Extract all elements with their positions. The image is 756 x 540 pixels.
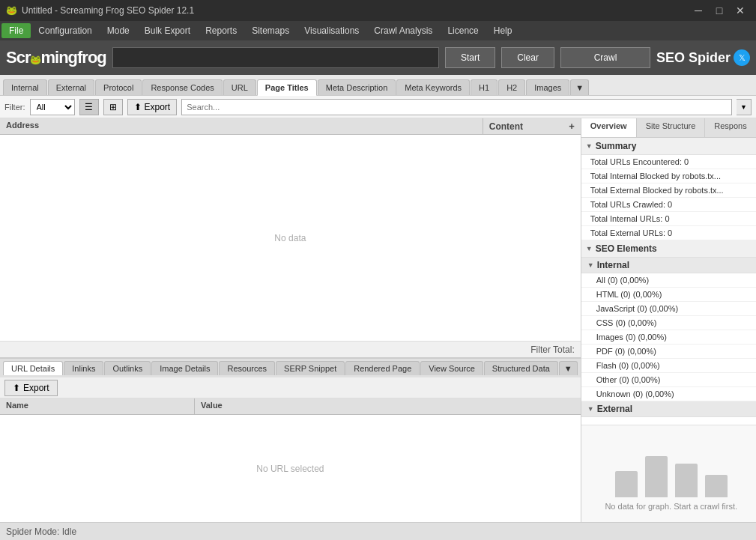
menu-mode[interactable]: Mode [100, 23, 137, 38]
clear-button[interactable]: Clear [501, 47, 554, 68]
close-button[interactable]: ✕ [731, 2, 750, 19]
right-content: ▼ Summary Total URLs Encountered: 0 Tota… [581, 138, 756, 425]
main-content: Address Content + No data Filter Total: … [0, 118, 756, 522]
bottom-col-value-header: Value [195, 398, 229, 414]
stat-total-urls-crawled: Total URLs Crawled: 0 [581, 198, 756, 212]
menu-file[interactable]: File [1, 23, 31, 38]
tab-meta-keywords[interactable]: Meta Keywords [396, 79, 470, 95]
tab-url[interactable]: URL [223, 79, 256, 95]
bottom-toolbar: ⬆ Export [0, 377, 581, 398]
internal-label: Internal [597, 260, 629, 270]
seo-elements-header[interactable]: ▼ SEO Elements [581, 240, 756, 258]
view-grid-button[interactable]: ⊞ [103, 99, 123, 115]
right-chart: No data for graph. Start a crawl first. [581, 425, 756, 522]
title-bar: 🐸 Untitled - Screaming Frog SEO Spider 1… [0, 0, 756, 21]
stat-external-blocked-robots: Total External Blocked by robots.tx... [581, 183, 756, 198]
seo-javascript[interactable]: JavaScript (0) (0,00%) [581, 302, 756, 316]
filter-label: Filter: [4, 103, 25, 112]
tab-response-codes[interactable]: Response Codes [142, 79, 222, 95]
maximize-button[interactable]: □ [710, 2, 729, 19]
seo-other[interactable]: Other (0) (0,00%) [581, 373, 756, 387]
filter-select[interactable]: All [30, 99, 75, 115]
seo-elements-section: ▼ SEO Elements ▼ Internal All (0) (0,00%… [581, 240, 756, 417]
menu-help[interactable]: Help [486, 23, 520, 38]
export-icon: ⬆ [134, 102, 142, 112]
seo-pdf[interactable]: PDF (0) (0,00%) [581, 345, 756, 359]
start-button[interactable]: Start [445, 47, 495, 68]
right-tab-site-structure[interactable]: Site Structure [637, 118, 706, 137]
seo-images[interactable]: Images (0) (0,00%) [581, 330, 756, 345]
right-tab-respons[interactable]: Respons [705, 118, 756, 137]
add-column-button[interactable]: + [569, 121, 575, 132]
app-title: Untitled - Screaming Frog SEO Spider 12.… [22, 5, 194, 16]
crawl-button[interactable]: Crawl [560, 47, 650, 68]
col-address-header: Address [0, 118, 483, 134]
seo-unknown[interactable]: Unknown (0) (0,00%) [581, 387, 756, 401]
menu-licence[interactable]: Licence [440, 23, 486, 38]
bottom-tab-view-source[interactable]: View Source [420, 361, 483, 375]
external-label: External [597, 404, 632, 414]
tab-page-titles[interactable]: Page Titles [257, 79, 317, 96]
view-list-button[interactable]: ☰ [79, 99, 99, 115]
tab-images[interactable]: Images [526, 79, 569, 95]
tab-h2[interactable]: H2 [498, 79, 525, 95]
menu-reports[interactable]: Reports [198, 23, 244, 38]
tab-more-button[interactable]: ▼ [570, 79, 589, 95]
bottom-export-button[interactable]: ⬆ Export [4, 380, 58, 396]
right-panel: Overview Site Structure Respons ▼ ▼ Summ… [581, 118, 756, 522]
search-dropdown-button[interactable]: ▼ [737, 99, 752, 115]
seo-spider-badge: SEO Spider 𝕏 [656, 49, 750, 66]
right-tab-bar: Overview Site Structure Respons ▼ [581, 118, 756, 138]
internal-arrow-icon: ▼ [587, 261, 594, 269]
bottom-tab-serp-snippet[interactable]: SERP Snippet [276, 361, 345, 375]
summary-header[interactable]: ▼ Summary [581, 138, 756, 155]
bottom-tab-rendered-page[interactable]: Rendered Page [345, 361, 420, 375]
export-button[interactable]: ⬆ Export [127, 99, 178, 115]
stat-total-internal-urls: Total Internal URLs: 0 [581, 212, 756, 226]
bottom-tab-inlinks[interactable]: Inlinks [64, 361, 103, 375]
left-panel: Address Content + No data Filter Total: … [0, 118, 581, 522]
chart-bar-4 [705, 475, 728, 497]
search-input[interactable] [181, 99, 732, 115]
tab-meta-description[interactable]: Meta Description [318, 79, 396, 95]
bottom-tab-outlinks[interactable]: Outlinks [104, 361, 151, 375]
seo-css[interactable]: CSS (0) (0,00%) [581, 316, 756, 330]
chart-bar-2 [645, 456, 668, 497]
bottom-tab-structured-data[interactable]: Structured Data [484, 361, 558, 375]
menu-configuration[interactable]: Configuration [31, 23, 99, 38]
menu-visualisations[interactable]: Visualisations [297, 23, 366, 38]
minimize-button[interactable]: ─ [689, 2, 708, 19]
col-content-header: Content + [483, 118, 581, 134]
logo-text: Scr🐸mingfrog [6, 48, 106, 67]
twitter-icon[interactable]: 𝕏 [734, 49, 750, 66]
bottom-tab-url-details[interactable]: URL Details [3, 361, 63, 375]
tab-external[interactable]: External [48, 79, 94, 95]
right-tab-overview[interactable]: Overview [581, 118, 637, 137]
menu-bulk-export[interactable]: Bulk Export [137, 23, 198, 38]
tab-protocol[interactable]: Protocol [95, 79, 142, 95]
tab-internal[interactable]: Internal [3, 79, 47, 95]
bottom-tab-more-button[interactable]: ▼ [559, 361, 578, 375]
seo-all[interactable]: All (0) (0,00%) [581, 273, 756, 288]
bottom-tab-image-details[interactable]: Image Details [151, 361, 218, 375]
url-input[interactable] [112, 47, 439, 68]
bottom-tab-resources[interactable]: Resources [219, 361, 275, 375]
seo-flash[interactable]: Flash (0) (0,00%) [581, 359, 756, 373]
chart-no-data-text: No data for graph. Start a crawl first. [597, 502, 745, 511]
tab-h1[interactable]: H1 [471, 79, 498, 95]
external-sub-header[interactable]: ▼ External [581, 401, 756, 417]
filter-total-bar: Filter Total: [0, 341, 581, 357]
internal-sub-header[interactable]: ▼ Internal [581, 258, 756, 273]
summary-section: ▼ Summary Total URLs Encountered: 0 Tota… [581, 138, 756, 240]
stat-total-external-urls: Total External URLs: 0 [581, 226, 756, 240]
menu-sitemaps[interactable]: Sitemaps [244, 23, 297, 38]
menu-crawl-analysis[interactable]: Crawl Analysis [366, 23, 440, 38]
chart-bar-1 [615, 471, 638, 497]
app-icon: 🐸 [6, 5, 17, 16]
seo-elements-label: SEO Elements [596, 243, 657, 254]
chart-bars [615, 437, 728, 497]
no-data-text: No data [274, 233, 306, 243]
seo-html[interactable]: HTML (0) (0,00%) [581, 288, 756, 302]
seo-elements-arrow-icon: ▼ [586, 245, 593, 252]
toolbar: Scr🐸mingfrog Start Clear Crawl SEO Spide… [0, 40, 756, 75]
